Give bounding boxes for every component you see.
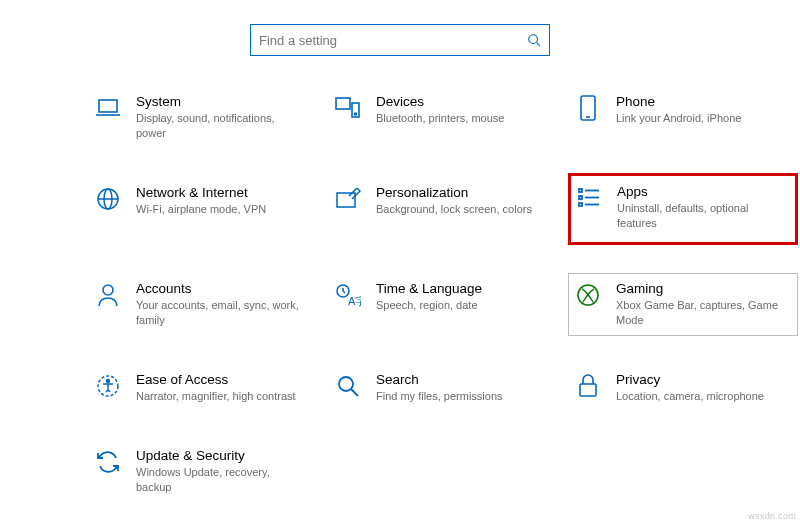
tile-devices[interactable]: Devices Bluetooth, printers, mouse xyxy=(328,86,558,149)
tile-desc: Link your Android, iPhone xyxy=(616,111,741,126)
tile-title: Accounts xyxy=(136,281,306,296)
tile-text: Phone Link your Android, iPhone xyxy=(616,94,741,126)
tile-desc: Bluetooth, printers, mouse xyxy=(376,111,504,126)
svg-point-6 xyxy=(355,113,357,115)
tile-phone[interactable]: Phone Link your Android, iPhone xyxy=(568,86,798,149)
svg-text:A字: A字 xyxy=(348,295,361,307)
tile-desc: Background, lock screen, colors xyxy=(376,202,532,217)
tile-network[interactable]: Network & Internet Wi-Fi, airplane mode,… xyxy=(88,177,318,246)
watermark: wsxdn.com xyxy=(748,511,796,521)
tile-text: Ease of Access Narrator, magnifier, high… xyxy=(136,372,296,404)
tile-title: Update & Security xyxy=(136,448,306,463)
person-icon xyxy=(94,281,122,309)
tile-ease-of-access[interactable]: Ease of Access Narrator, magnifier, high… xyxy=(88,364,318,412)
svg-rect-12 xyxy=(337,193,355,207)
tile-desc: Location, camera, microphone xyxy=(616,389,764,404)
svg-rect-15 xyxy=(579,196,582,199)
tile-title: Apps xyxy=(617,184,787,199)
svg-rect-2 xyxy=(99,100,117,112)
svg-rect-27 xyxy=(580,384,596,396)
personalization-icon xyxy=(334,185,362,213)
search-category-icon xyxy=(334,372,362,400)
tile-desc: Narrator, magnifier, high contrast xyxy=(136,389,296,404)
phone-icon xyxy=(574,94,602,122)
tile-search[interactable]: Search Find my files, permissions xyxy=(328,364,558,412)
tile-accounts[interactable]: Accounts Your accounts, email, sync, wor… xyxy=(88,273,318,336)
tile-text: Personalization Background, lock screen,… xyxy=(376,185,532,217)
apps-icon xyxy=(575,184,603,212)
svg-rect-17 xyxy=(579,203,582,206)
tile-text: Update & Security Windows Update, recove… xyxy=(136,448,306,495)
settings-grid: System Display, sound, notifications, po… xyxy=(0,86,800,503)
search-icon xyxy=(527,33,541,47)
tile-desc: Wi-Fi, airplane mode, VPN xyxy=(136,202,266,217)
svg-point-25 xyxy=(339,377,353,391)
tile-desc: Find my files, permissions xyxy=(376,389,503,404)
tile-update-security[interactable]: Update & Security Windows Update, recove… xyxy=(88,440,318,503)
search-box[interactable] xyxy=(250,24,550,56)
tile-title: Personalization xyxy=(376,185,532,200)
tile-desc: Windows Update, recovery, backup xyxy=(136,465,306,495)
time-language-icon: A字 xyxy=(334,281,362,309)
tile-title: System xyxy=(136,94,306,109)
tile-title: Time & Language xyxy=(376,281,482,296)
tile-text: Privacy Location, camera, microphone xyxy=(616,372,764,404)
tile-title: Gaming xyxy=(616,281,786,296)
svg-point-0 xyxy=(529,35,538,44)
tile-text: Time & Language Speech, region, date xyxy=(376,281,482,313)
tile-title: Ease of Access xyxy=(136,372,296,387)
tile-title: Phone xyxy=(616,94,741,109)
tile-desc: Your accounts, email, sync, work, family xyxy=(136,298,306,328)
tile-personalization[interactable]: Personalization Background, lock screen,… xyxy=(328,177,558,246)
tile-desc: Uninstall, defaults, optional features xyxy=(617,201,787,231)
lock-icon xyxy=(574,372,602,400)
tile-system[interactable]: System Display, sound, notifications, po… xyxy=(88,86,318,149)
tile-title: Network & Internet xyxy=(136,185,266,200)
svg-line-1 xyxy=(537,43,541,47)
tile-text: Gaming Xbox Game Bar, captures, Game Mod… xyxy=(616,281,786,328)
tile-desc: Xbox Game Bar, captures, Game Mode xyxy=(616,298,786,328)
search-area xyxy=(0,0,800,86)
svg-point-24 xyxy=(107,380,110,383)
devices-icon xyxy=(334,94,362,122)
tile-privacy[interactable]: Privacy Location, camera, microphone xyxy=(568,364,798,412)
tile-title: Privacy xyxy=(616,372,764,387)
tile-desc: Speech, region, date xyxy=(376,298,482,313)
tile-text: Devices Bluetooth, printers, mouse xyxy=(376,94,504,126)
tile-gaming[interactable]: Gaming Xbox Game Bar, captures, Game Mod… xyxy=(568,273,798,336)
svg-rect-4 xyxy=(336,98,350,109)
svg-rect-13 xyxy=(579,189,582,192)
tile-title: Search xyxy=(376,372,503,387)
xbox-icon xyxy=(574,281,602,309)
svg-line-26 xyxy=(351,389,358,396)
tile-apps[interactable]: Apps Uninstall, defaults, optional featu… xyxy=(568,173,798,246)
search-input[interactable] xyxy=(259,33,527,48)
globe-icon xyxy=(94,185,122,213)
update-icon xyxy=(94,448,122,476)
svg-point-19 xyxy=(103,285,113,295)
laptop-icon xyxy=(94,94,122,122)
tile-text: Network & Internet Wi-Fi, airplane mode,… xyxy=(136,185,266,217)
tile-desc: Display, sound, notifications, power xyxy=(136,111,306,141)
tile-text: Apps Uninstall, defaults, optional featu… xyxy=(617,184,787,231)
tile-time-language[interactable]: A字 Time & Language Speech, region, date xyxy=(328,273,558,336)
tile-text: Search Find my files, permissions xyxy=(376,372,503,404)
tile-title: Devices xyxy=(376,94,504,109)
tile-text: Accounts Your accounts, email, sync, wor… xyxy=(136,281,306,328)
ease-of-access-icon xyxy=(94,372,122,400)
tile-text: System Display, sound, notifications, po… xyxy=(136,94,306,141)
